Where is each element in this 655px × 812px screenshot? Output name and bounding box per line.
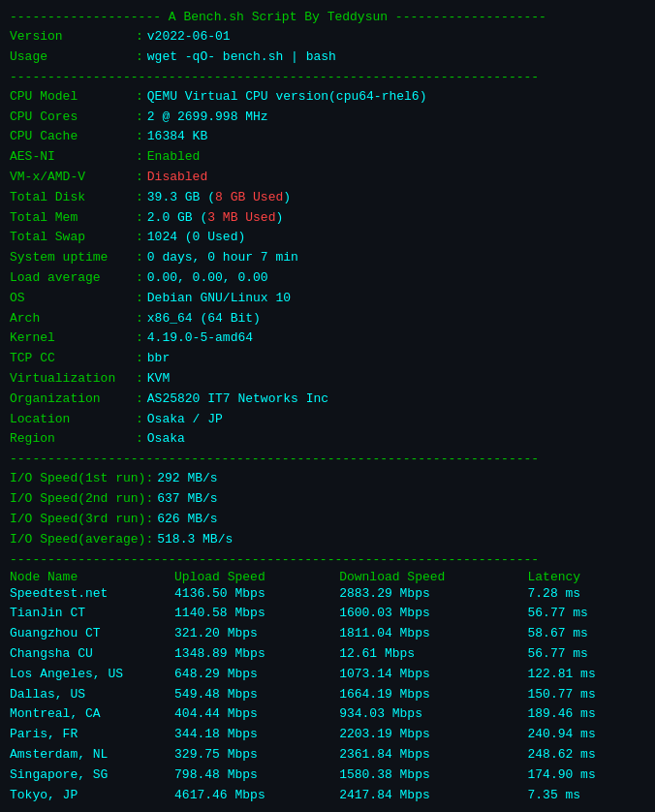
io-3rd-value: 626 MB/s <box>157 510 217 530</box>
version-label: Version <box>10 27 136 47</box>
download-speed: 2203.19 Mbps <box>339 725 527 745</box>
node-name: Changsha CU <box>10 644 174 665</box>
total-swap-value: 1024 (0 Used) <box>147 228 245 248</box>
node-name: Los Angeles, US <box>10 665 174 685</box>
table-row: Tokyo, JP 4617.46 Mbps 2417.84 Mbps 7.35… <box>10 786 645 806</box>
uptime-row: System uptime : 0 days, 0 hour 7 min <box>10 248 645 268</box>
version-row: Version : v2022-06-01 <box>10 27 645 47</box>
location-value: Osaka / JP <box>147 410 223 430</box>
load-avg-label: Load average <box>10 268 136 289</box>
org-value: AS25820 IT7 Networks Inc <box>147 390 328 410</box>
location-row: Location : Osaka / JP <box>10 410 645 430</box>
tcp-cc-value: bbr <box>147 349 170 369</box>
org-row: Organization : AS25820 IT7 Networks Inc <box>10 390 645 410</box>
table-row: Guangzhou CT 321.20 Mbps 1811.04 Mbps 58… <box>10 624 645 644</box>
download-speed: 1600.03 Mbps <box>339 604 527 624</box>
location-label: Location <box>10 410 136 430</box>
version-value: v2022-06-01 <box>147 27 231 47</box>
upload-speed: 329.75 Mbps <box>174 745 339 765</box>
latency: 56.77 ms <box>527 644 645 665</box>
usage-label: Usage <box>10 47 136 68</box>
io-avg-row: I/O Speed(average) : 518.3 MB/s <box>10 530 645 550</box>
io-section: I/O Speed(1st run) : 292 MB/s I/O Speed(… <box>10 469 645 549</box>
kernel-value: 4.19.0-5-amd64 <box>147 328 253 349</box>
sysinfo-divider-top: ----------------------------------------… <box>10 68 645 87</box>
arch-value: x86_64 (64 Bit) <box>147 309 261 329</box>
arch-label: Arch <box>10 309 136 329</box>
header-divider: -------------------- A Bench.sh Script B… <box>10 8 645 27</box>
upload-speed: 1348.89 Mbps <box>174 644 339 665</box>
table-row: Los Angeles, US 648.29 Mbps 1073.14 Mbps… <box>10 665 645 685</box>
cpu-model-label: CPU Model <box>10 87 136 108</box>
speedtest-section: Node Name Upload Speed Download Speed La… <box>10 570 645 806</box>
region-row: Region : Osaka <box>10 429 645 450</box>
os-label: OS <box>10 289 136 309</box>
terminal-output: -------------------- A Bench.sh Script B… <box>10 8 645 812</box>
io-1st-row: I/O Speed(1st run) : 292 MB/s <box>10 469 645 489</box>
latency: 122.81 ms <box>527 665 645 685</box>
col-upload: Upload Speed <box>174 570 339 584</box>
latency: 7.28 ms <box>527 584 645 605</box>
download-speed: 1811.04 Mbps <box>339 624 527 644</box>
usage-value: wget -qO- bench.sh | bash <box>147 47 336 68</box>
col-node: Node Name <box>10 570 174 584</box>
cpu-cores-row: CPU Cores : 2 @ 2699.998 MHz <box>10 108 645 128</box>
node-name: Amsterdam, NL <box>10 745 174 765</box>
region-label: Region <box>10 429 136 450</box>
total-disk-label: Total Disk <box>10 188 136 208</box>
load-avg-value: 0.00, 0.00, 0.00 <box>147 268 268 289</box>
io-2nd-label: I/O Speed(2nd run) <box>10 489 145 510</box>
col-download: Download Speed <box>339 570 527 584</box>
aes-ni-row: AES-NI : Enabled <box>10 147 645 168</box>
download-speed: 1580.38 Mbps <box>339 765 527 786</box>
os-row: OS : Debian GNU/Linux 10 <box>10 289 645 309</box>
col-latency: Latency <box>527 570 645 584</box>
io-divider-top: ----------------------------------------… <box>10 450 645 469</box>
table-row: Paris, FR 344.18 Mbps 2203.19 Mbps 240.9… <box>10 725 645 745</box>
arch-row: Arch : x86_64 (64 Bit) <box>10 309 645 329</box>
latency: 240.94 ms <box>527 725 645 745</box>
uptime-label: System uptime <box>10 248 136 268</box>
aes-ni-value: Enabled <box>147 147 201 168</box>
cpu-model-row: CPU Model : QEMU Virtual CPU version(cpu… <box>10 87 645 108</box>
virt-row: Virtualization : KVM <box>10 369 645 390</box>
latency: 174.90 ms <box>527 765 645 786</box>
table-row: Montreal, CA 404.44 Mbps 934.03 Mbps 189… <box>10 704 645 725</box>
upload-speed: 549.48 Mbps <box>174 685 339 705</box>
table-row: TianJin CT 1140.58 Mbps 1600.03 Mbps 56.… <box>10 604 645 624</box>
total-mem-row: Total Mem : 2.0 GB (3 MB Used) <box>10 208 645 229</box>
total-mem-value: 2.0 GB (3 MB Used) <box>147 208 283 229</box>
latency: 248.62 ms <box>527 745 645 765</box>
upload-speed: 344.18 Mbps <box>174 725 339 745</box>
download-speed: 2883.29 Mbps <box>339 584 527 605</box>
io-2nd-value: 637 MB/s <box>157 489 217 510</box>
table-row: Changsha CU 1348.89 Mbps 12.61 Mbps 56.7… <box>10 644 645 665</box>
io-avg-value: 518.3 MB/s <box>157 530 233 550</box>
tcp-cc-label: TCP CC <box>10 349 136 369</box>
node-name: Montreal, CA <box>10 704 174 725</box>
io-1st-value: 292 MB/s <box>157 469 217 489</box>
latency: 189.46 ms <box>527 704 645 725</box>
virt-value: KVM <box>147 369 170 390</box>
node-name: Guangzhou CT <box>10 624 174 644</box>
download-speed: 934.03 Mbps <box>339 704 527 725</box>
node-name: Dallas, US <box>10 685 174 705</box>
io-avg-label: I/O Speed(average) <box>10 530 145 550</box>
latency: 7.35 ms <box>527 786 645 806</box>
io-2nd-row: I/O Speed(2nd run) : 637 MB/s <box>10 489 645 510</box>
table-row: Singapore, SG 798.48 Mbps 1580.38 Mbps 1… <box>10 765 645 786</box>
tcp-cc-row: TCP CC : bbr <box>10 349 645 369</box>
os-value: Debian GNU/Linux 10 <box>147 289 291 309</box>
latency: 56.77 ms <box>527 604 645 624</box>
download-speed: 2417.84 Mbps <box>339 786 527 806</box>
io-1st-label: I/O Speed(1st run) <box>10 469 145 489</box>
usage-row: Usage : wget -qO- bench.sh | bash <box>10 47 645 68</box>
vmx-row: VM-x/AMD-V : Disabled <box>10 168 645 188</box>
io-3rd-label: I/O Speed(3rd run) <box>10 510 145 530</box>
download-speed: 1664.19 Mbps <box>339 685 527 705</box>
table-row: Dallas, US 549.48 Mbps 1664.19 Mbps 150.… <box>10 685 645 705</box>
speedtest-table: Node Name Upload Speed Download Speed La… <box>10 570 645 806</box>
footer-divider-top: ----------------------------------------… <box>10 805 645 812</box>
speed-divider-top: ----------------------------------------… <box>10 550 645 570</box>
upload-speed: 1140.58 Mbps <box>174 604 339 624</box>
